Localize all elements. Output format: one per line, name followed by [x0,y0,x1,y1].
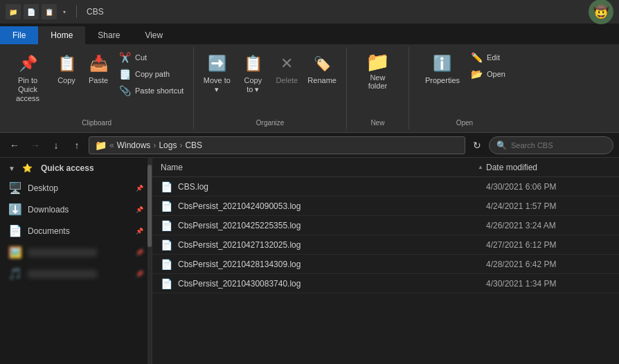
sidebar-item-downloads[interactable]: ⬇️ Downloads 📌 [0,199,152,220]
tab-view[interactable]: View [132,26,175,44]
cut-icon: ✂️ [119,52,131,63]
pin-indicator-desktop: 📌 [136,185,143,192]
sort-arrow: ▲ [478,164,486,170]
rename-label: Rename [307,76,337,85]
edit-icon: ✏️ [471,52,483,63]
clipboard-group: 📌 Pin to Quick access 📋 Copy 📥 Paste ✂️ [0,47,194,129]
path-folder-icon: 📁 [95,140,107,151]
copy-button[interactable]: 📋 Copy [51,50,82,88]
copy-to-button[interactable]: 📋 Copyto ▾ [235,50,270,97]
path-windows[interactable]: Windows [117,140,151,150]
pin-indicator-documents: 📌 [136,228,143,235]
copy-label: Copy [57,76,75,85]
file-icon: 📄 [161,259,172,270]
ribbon: 📌 Pin to Quick access 📋 Copy 📥 Paste ✂️ [0,44,619,133]
sidebar-item-desktop[interactable]: 🖥️ Desktop 📌 [0,177,152,199]
new-items: 📁 Newfolder [352,50,403,116]
search-box[interactable]: 🔍 Search CBS [489,136,613,154]
rename-button[interactable]: 🏷️ Rename [303,50,341,88]
tab-home[interactable]: Home [38,26,85,44]
documents-icon: 📄 [8,224,22,237]
sidebar-quick-access-header: ▼ ⭐ Quick access [0,158,152,177]
file-date: 4/28/2021 6:42 PM [486,260,611,269]
sidebar-scroll-thumb [147,165,152,247]
file-date: 4/30/2021 6:06 PM [486,182,611,192]
back-button[interactable]: ← [6,136,24,154]
up-button[interactable]: ↑ [68,136,86,154]
tab-share[interactable]: Share [85,26,132,44]
paste-shortcut-button[interactable]: 📎 Paste shortcut [115,83,188,98]
col-name-header[interactable]: Name ▲ [161,163,486,172]
path-arrow-2: › [179,140,182,150]
cut-button[interactable]: ✂️ Cut [115,50,188,65]
table-row[interactable]: 📄 CBS.log 4/30/2021 6:06 PM [152,177,619,197]
file-name: CbsPersist_20210427132025.log [178,240,486,250]
quick-access-icon-2[interactable]: 📄 [24,4,39,19]
new-group: 📁 Newfolder New [347,47,409,129]
pin-label: Pin to Quick access [10,76,46,104]
sidebar-scrollbar[interactable] [147,158,152,364]
quick-access-icon-1[interactable]: 📁 [6,4,21,19]
delete-button[interactable]: ✕ Delete [271,50,302,87]
address-path[interactable]: 📁 « Windows › Logs › CBS [89,136,465,154]
copy-path-button[interactable]: 🗒️ Copy path [115,66,188,82]
quick-access-dropdown[interactable]: ▾ [60,4,69,19]
file-icon: 📄 [161,181,172,192]
clipboard-group-label: Clipboard [6,119,188,127]
sidebar-desktop-label: Desktop [28,183,58,193]
table-row[interactable]: 📄 CbsPersist_20210427132025.log 4/27/202… [152,235,619,255]
rename-icon: 🏷️ [311,53,333,75]
properties-label: Properties [425,76,460,84]
sidebar-item-documents[interactable]: 📄 Documents 📌 [0,220,152,242]
open-group-label: Open [415,119,514,127]
file-rows-container: 📄 CBS.log 4/30/2021 6:06 PM 📄 CbsPersist… [152,177,619,293]
clipboard-items: 📌 Pin to Quick access 📋 Copy 📥 Paste ✂️ [6,50,188,116]
file-name: CbsPersist_20210430083740.log [178,279,486,289]
edit-label: Edit [487,53,500,62]
downloads-icon: ⬇️ [8,203,22,216]
forward-button[interactable]: → [26,136,44,154]
file-name: CbsPersist_20210428134309.log [178,260,486,269]
open-button[interactable]: 📂 Open [467,66,510,82]
title-bar-icons: 📁 📄 📋 ▾ [6,4,69,19]
quick-access-label: Quick access [41,163,94,173]
table-row[interactable]: 📄 CbsPersist_20210424090053.log 4/24/202… [152,197,619,216]
window-title: CBS [87,7,104,17]
pin-icon: 📌 [17,53,39,75]
new-folder-button[interactable]: 📁 Newfolder [360,50,395,93]
file-icon: 📄 [161,278,172,289]
copy-path-label: Copy path [135,70,170,78]
move-to-button[interactable]: ➡️ Move to▾ [199,50,234,97]
sidebar-downloads-label: Downloads [28,205,69,215]
search-placeholder: Search CBS [511,141,553,149]
delete-icon: ✕ [276,53,298,75]
sidebar-documents-label: Documents [28,226,70,236]
pin-to-quick-access-button[interactable]: 📌 Pin to Quick access [6,50,50,107]
table-row[interactable]: 📄 CbsPersist_20210430083740.log 4/30/202… [152,274,619,293]
table-row[interactable]: 📄 CbsPersist_20210428134309.log 4/28/202… [152,255,619,274]
file-date: 4/30/2021 1:34 PM [486,279,611,289]
organize-items: ➡️ Move to▾ 📋 Copyto ▾ ✕ Delete 🏷️ Renam… [199,50,341,116]
open-icon: 📂 [471,69,483,80]
delete-label: Delete [276,76,298,84]
quick-access-expand-icon: ▼ [8,165,15,172]
properties-button[interactable]: ℹ️ Properties [420,50,465,87]
paste-button[interactable]: 📥 Paste [83,50,114,88]
tab-file[interactable]: File [0,26,38,44]
file-list-header: Name ▲ Date modified [152,158,619,177]
move-to-icon: ➡️ [206,53,228,75]
path-logs[interactable]: Logs [159,140,177,150]
table-row[interactable]: 📄 CbsPersist_20210425225355.log 4/26/202… [152,216,619,235]
edit-button[interactable]: ✏️ Edit [467,50,510,65]
cut-label: Cut [135,53,147,62]
open-group: ℹ️ Properties ✏️ Edit 📂 Open Open [409,47,520,129]
refresh-button[interactable]: ↻ [468,136,486,154]
search-icon: 🔍 [496,140,507,150]
col-name-label: Name [161,163,183,172]
recent-locations-button[interactable]: ↓ [47,136,65,154]
open-label: Open [487,70,505,78]
paste-icon: 📥 [87,53,109,75]
path-cbs[interactable]: CBS [185,140,202,150]
quick-access-icon-3[interactable]: 📋 [42,4,57,19]
col-date-header[interactable]: Date modified [486,163,611,172]
